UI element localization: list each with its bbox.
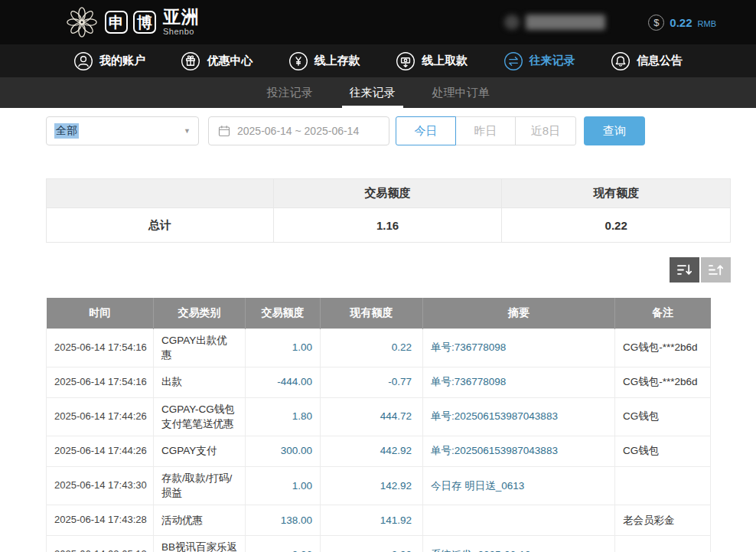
cell-type: BB视讯百家乐返点 [154, 535, 246, 552]
today-button[interactable]: 今日 [396, 116, 456, 145]
cell-remark: CG钱包-***2b6d [615, 328, 711, 367]
cell-amount: -444.00 [246, 367, 321, 397]
withdraw-icon [396, 51, 415, 71]
brand-subtitle: Shenbo [163, 28, 200, 36]
nav-item-transfer-records[interactable]: 往来记录 [503, 51, 575, 71]
nav-item-online-withdrawal[interactable]: 线上取款 [396, 51, 468, 71]
nav-label: 线上取款 [422, 54, 468, 68]
cell-time: 2025-06-14 17:54:16 [47, 328, 154, 367]
sort-ascending-icon [709, 264, 723, 276]
cell-balance: 444.72 [321, 397, 423, 436]
nav-label: 我的账户 [99, 54, 145, 68]
top-header: 申 博 亚洲 Shenbo $ 0.22 RMB [0, 0, 756, 44]
cell-balance: 141.92 [321, 505, 423, 535]
cell-amount: 1.00 [246, 328, 321, 367]
summary-total-row: 总计 1.16 0.22 [47, 208, 731, 243]
table-row: 2025-06-14 17:54:16 CGPAY出款优惠 1.00 0.22 … [47, 328, 711, 367]
logo-char-shen: 申 [105, 11, 128, 34]
sort-descending-button[interactable] [670, 257, 699, 283]
table-row: 2025-06-14 17:44:26 CGPAY支付 300.00 442.9… [47, 436, 711, 466]
table-row: 2025-06-14 17:44:26 CGPAY-CG钱包支付笔笔送优惠 1.… [47, 397, 711, 436]
date-range-value: 2025-06-14 ~ 2025-06-14 [237, 125, 359, 137]
cell-time: 2025-06-14 17:54:16 [47, 367, 154, 397]
cell-balance: 442.92 [321, 436, 423, 466]
cell-balance: 3.92 [321, 535, 423, 552]
deposit-icon [288, 51, 308, 71]
tab-betting-records[interactable]: 投注记录 [259, 77, 321, 108]
last-8-days-button[interactable]: 近8日 [515, 116, 576, 145]
nav-item-my-account[interactable]: 我的账户 [73, 51, 145, 71]
brand-logo[interactable]: 申 博 亚洲 Shenbo [64, 5, 200, 40]
nav-item-promotions[interactable]: 优惠中心 [181, 51, 253, 71]
table-row: 2025-06-14 17:43:30 存款/取款/打码/损益 1.00 142… [47, 466, 711, 505]
cell-time: 2025-06-14 17:44:26 [47, 436, 154, 466]
cell-balance: 142.92 [321, 466, 423, 505]
sort-ascending-button[interactable] [701, 257, 731, 283]
header-remark: 备注 [615, 298, 711, 328]
account-balance: $ 0.22 RMB [648, 15, 716, 31]
cell-amount: 1.00 [246, 466, 321, 505]
cell-type: 活动优惠 [154, 505, 246, 535]
cell-summary: 单号:736778098 [423, 328, 615, 367]
records-subtabs: 投注记录 往来记录 处理中订单 [0, 77, 756, 108]
calendar-icon [218, 125, 230, 137]
cell-type: CGPAY-CG钱包支付笔笔送优惠 [154, 397, 246, 436]
cell-remark [615, 466, 711, 505]
table-row: 2025-06-14 17:43:28 活动优惠 138.00 141.92 老… [47, 505, 711, 535]
cell-remark [615, 535, 711, 552]
cell-time: 2025-06-14 17:43:30 [47, 466, 154, 505]
cell-remark: CG钱包-***2b6d [615, 367, 711, 397]
cell-type: 存款/取款/打码/损益 [154, 466, 246, 505]
cell-summary: 今日存 明日送_0613 [423, 466, 615, 505]
cell-type: CGPAY支付 [154, 436, 246, 466]
cell-summary: 单号:202506153987043883 [423, 397, 615, 436]
cell-time: 2025-06-14 17:43:28 [47, 505, 154, 535]
gift-icon [181, 51, 200, 71]
username-redacted [504, 15, 605, 30]
lotus-flower-icon [64, 5, 99, 40]
username-blur-pill [526, 15, 605, 30]
records-header-row: 时间 交易类别 交易额度 现有额度 摘要 备注 [47, 298, 711, 328]
summary-total-label: 总计 [47, 208, 274, 243]
balance-currency: RMB [698, 19, 716, 28]
brand-text: 亚洲 Shenbo [163, 8, 200, 36]
category-select[interactable]: 全部 ▼ [46, 116, 199, 145]
user-icon [73, 51, 93, 71]
header-right: $ 0.22 RMB [504, 15, 716, 31]
nav-label: 线上存款 [314, 54, 360, 68]
summary-header-transaction: 交易额度 [273, 179, 502, 208]
summary-table: 交易额度 现有额度 总计 1.16 0.22 [46, 178, 731, 243]
dollar-icon: $ [648, 15, 664, 31]
summary-total-balance: 0.22 [502, 208, 731, 243]
cell-type: 出款 [154, 367, 246, 397]
nav-item-online-deposit[interactable]: 线上存款 [288, 51, 360, 71]
tab-transfer-records[interactable]: 往来记录 [342, 77, 403, 108]
yesterday-button[interactable]: 昨日 [455, 116, 516, 145]
transfer-records-icon [503, 51, 523, 71]
table-row: 2025-06-14 17:54:16 出款 -444.00 -0.77 单号:… [47, 367, 711, 397]
tab-processing-orders[interactable]: 处理中订单 [425, 77, 497, 108]
content: 全部 ▼ 2025-06-14 ~ 2025-06-14 今日 昨日 近8日 查… [0, 116, 756, 552]
header-summary: 摘要 [423, 298, 615, 328]
balance-amount: 0.22 [670, 16, 692, 29]
records-table: 时间 交易类别 交易额度 现有额度 摘要 备注 2025-06-14 17:54… [46, 298, 711, 552]
cell-remark: 老会员彩金 [615, 505, 711, 535]
cell-balance: 0.22 [321, 328, 423, 367]
sort-descending-icon [677, 264, 692, 276]
search-button[interactable]: 查询 [584, 116, 645, 145]
category-select-value: 全部 [54, 123, 79, 139]
announcement-bell-icon [611, 51, 631, 71]
cell-remark: CG钱包 [615, 436, 711, 466]
table-row: 2025-06-14 02:05:13 BB视讯百家乐返点 3.36 3.92 … [47, 535, 711, 552]
nav-label: 优惠中心 [207, 54, 253, 68]
logo-char-bo: 博 [133, 11, 156, 34]
cell-amount: 300.00 [246, 436, 321, 466]
brand-region: 亚洲 [163, 8, 200, 26]
cell-time: 2025-06-14 17:44:26 [47, 397, 154, 436]
nav-item-announcements[interactable]: 信息公告 [611, 51, 683, 71]
cell-summary: 单号:736778098 [423, 367, 615, 397]
header-balance: 现有额度 [321, 298, 423, 328]
nav-label: 信息公告 [637, 54, 683, 68]
cell-time: 2025-06-14 02:05:13 [47, 535, 154, 552]
date-range-picker[interactable]: 2025-06-14 ~ 2025-06-14 [208, 116, 389, 145]
